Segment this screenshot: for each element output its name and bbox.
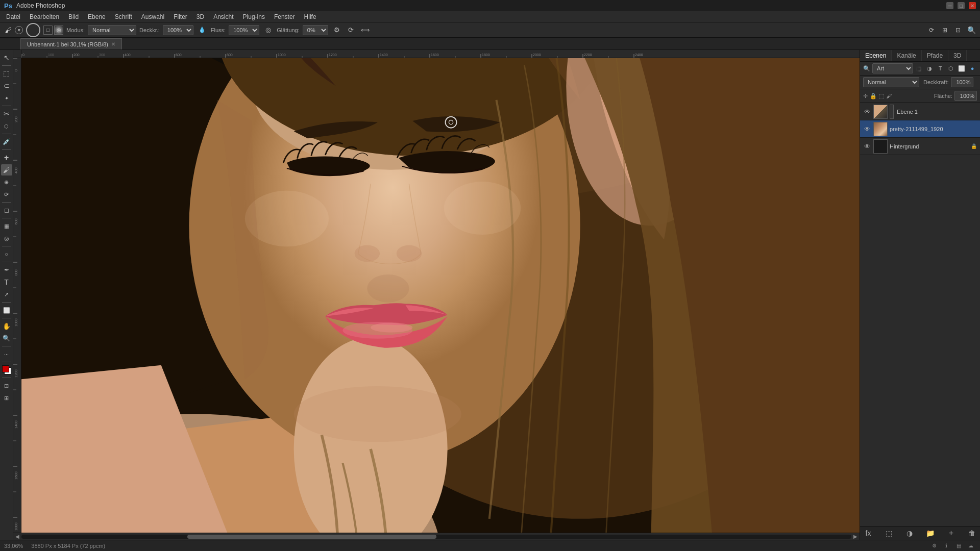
smoothing-settings-icon[interactable]: ⚙ [331, 24, 342, 36]
layer-visibility-photo[interactable]: 👁 [863, 125, 871, 133]
filter-toggle[interactable]: ● [968, 64, 977, 73]
pressure-opacity-icon[interactable]: 💧 [197, 24, 208, 36]
history-brush-icon[interactable]: ⟳ [926, 24, 937, 36]
status-info-icon[interactable]: ℹ [941, 541, 951, 551]
crop-tool[interactable]: ✂ [1, 108, 12, 119]
filter-text-icon[interactable]: T [936, 64, 945, 73]
add-effect-button[interactable]: fx [863, 528, 873, 538]
move-tool[interactable]: ↖ [1, 52, 12, 63]
blur-tool[interactable]: ◎ [1, 233, 12, 244]
hand-tool[interactable]: ✋ [1, 320, 12, 332]
filter-smart-icon[interactable]: ⬜ [957, 64, 966, 73]
tab-kanaele[interactable]: Kanäle [892, 50, 921, 61]
document-tab[interactable]: Unbenannt-1 bei 30,1% (RGB/8) ✕ [20, 38, 122, 49]
menu-ansicht[interactable]: Ansicht [209, 12, 237, 21]
maximize-button[interactable]: □ [958, 2, 965, 9]
layer-type-filter[interactable]: Art [872, 63, 913, 73]
horizontal-scrollbar[interactable]: ◀ ▶ [13, 533, 860, 540]
tool-preset-icon: ▾ [15, 26, 23, 34]
arrange-icon[interactable]: ⊞ [939, 24, 950, 36]
add-group-button[interactable]: 📁 [925, 528, 936, 538]
menu-ebene[interactable]: Ebene [84, 12, 110, 21]
menu-filter[interactable]: Filter [169, 12, 191, 21]
svg-point-84 [371, 322, 412, 332]
filter-vector-icon[interactable]: ⬡ [946, 64, 955, 73]
layer-thumb-ebene1 [873, 105, 888, 119]
path-select-tool[interactable]: ↗ [1, 289, 12, 300]
quick-select-tool[interactable]: ✦ [1, 92, 12, 104]
menu-fenster[interactable]: Fenster [270, 12, 299, 21]
quick-mask-tool[interactable]: ⊡ [1, 380, 12, 391]
frame-tool[interactable]: ⬡ [1, 120, 12, 132]
airbrush-icon[interactable]: ◎ [262, 24, 274, 36]
status-gpu-icon[interactable]: ▤ [953, 541, 964, 551]
svg-text:1200: 1200 [329, 53, 337, 57]
menu-schrift[interactable]: Schrift [111, 12, 136, 21]
svg-text:1600: 1600 [431, 53, 439, 57]
menu-bearbeiten[interactable]: Bearbeiten [26, 12, 63, 21]
tab-ebenen[interactable]: Ebenen [860, 50, 892, 61]
scroll-track[interactable] [21, 535, 851, 539]
add-adjustment-button[interactable]: ◑ [904, 528, 915, 538]
svg-text:2400: 2400 [635, 53, 643, 57]
status-cloud-icon[interactable]: ☁ [966, 541, 976, 551]
add-layer-button[interactable]: + [946, 528, 956, 538]
symmetry-icon[interactable]: ⟺ [360, 24, 371, 36]
spot-heal-tool[interactable]: ✚ [1, 152, 12, 163]
lasso-tool[interactable]: ⊂ [1, 80, 12, 91]
menu-datei[interactable]: Datei [2, 12, 24, 21]
scroll-thumb[interactable] [187, 535, 436, 539]
dimensions-value: 3880 Px x 5184 Px (72 ppcm) [31, 543, 105, 549]
marquee-tool[interactable]: ⬚ [1, 68, 12, 79]
glaettung-select[interactable]: 0% [303, 25, 328, 35]
svg-rect-41 [13, 58, 21, 533]
canvas-area[interactable] [21, 58, 860, 533]
menu-3d[interactable]: 3D [192, 12, 208, 21]
svg-text:1000: 1000 [14, 318, 18, 327]
menu-plugins[interactable]: Plug-ins [239, 12, 269, 21]
layer-blend-mode[interactable]: Normal Multiplizieren Überlagern Abdunke… [863, 77, 919, 87]
pen-tool[interactable]: ✒ [1, 264, 12, 276]
gradient-tool[interactable]: ▦ [1, 220, 12, 232]
fill-input[interactable] [954, 91, 977, 101]
filter-pixel-icon[interactable]: ⬚ [914, 64, 923, 73]
deckkraft-select[interactable]: 100% [163, 25, 193, 35]
minimize-button[interactable]: ─ [946, 2, 953, 9]
delete-layer-button[interactable]: 🗑 [967, 528, 977, 538]
blend-mode-select[interactable]: Normal Multiplizieren Überlagern [88, 25, 136, 35]
eraser-tool[interactable]: ◻ [1, 205, 12, 216]
stamp-tool[interactable]: ⊕ [1, 177, 12, 188]
tab-close-button[interactable]: ✕ [111, 41, 115, 47]
svg-text:100: 100 [48, 53, 54, 57]
tab-pfade[interactable]: Pfade [922, 50, 948, 61]
layer-visibility-ebene1[interactable]: 👁 [863, 108, 871, 116]
menu-auswahl[interactable]: Auswahl [137, 12, 168, 21]
opacity-input[interactable] [951, 77, 973, 87]
workspace-icon[interactable]: ⊡ [952, 24, 964, 36]
screen-mode[interactable]: ⊞ [1, 392, 12, 404]
type-tool[interactable]: T [1, 277, 12, 288]
lock-all-icon: 🔒 [870, 93, 877, 99]
color-indicator[interactable] [1, 364, 12, 375]
menu-bild[interactable]: Bild [64, 12, 83, 21]
filter-adjust-icon[interactable]: ◑ [925, 64, 934, 73]
close-button[interactable]: ✕ [969, 2, 976, 9]
fluss-select[interactable]: 100% [229, 25, 259, 35]
search-icon[interactable]: 🔍 [966, 24, 977, 36]
layer-item-photo[interactable]: 👁 pretty-2111499_1920 [860, 120, 980, 138]
dodge-tool[interactable]: ○ [1, 248, 12, 260]
layer-visibility-hintergrund[interactable]: 👁 [863, 142, 871, 151]
zoom-tool[interactable]: 🔍 [1, 333, 12, 344]
more-tools[interactable]: ··· [1, 348, 12, 360]
status-settings-icon[interactable]: ⚙ [929, 541, 939, 551]
angle-icon[interactable]: ⟳ [346, 24, 357, 36]
history-brush-tool[interactable]: ⟳ [1, 189, 12, 200]
tab-3d[interactable]: 3D [948, 50, 967, 61]
add-mask-button[interactable]: ⬚ [884, 528, 894, 538]
shape-tool[interactable]: ⬜ [1, 305, 12, 316]
menu-hilfe[interactable]: Hilfe [300, 12, 321, 21]
layer-item-hintergrund[interactable]: 👁 Hintergrund 🔒 [860, 138, 980, 155]
layer-item-ebene1[interactable]: 👁 Ebene 1 [860, 103, 980, 120]
eyedropper-tool[interactable]: 💉 [1, 136, 12, 147]
brush-tool[interactable]: 🖌 [1, 164, 12, 176]
